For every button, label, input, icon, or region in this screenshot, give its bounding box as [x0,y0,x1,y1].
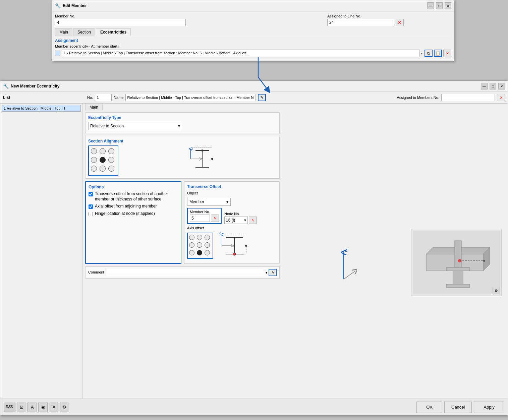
delete-eccentricity-btn[interactable]: ✕ [443,50,451,57]
maximize-button[interactable]: □ [436,2,443,9]
settings-btn[interactable]: ✕ [49,403,58,412]
dot-1-0[interactable] [91,157,97,163]
paste-eccentricity-btn[interactable]: 📋 [434,50,442,57]
svg-text:Z: Z [191,147,193,151]
extra-btn[interactable]: ⚙ [60,403,69,412]
alignment-dot-grid[interactable] [88,145,118,176]
checkbox-axial-input[interactable] [89,204,93,209]
section-alignment-beam-diagram: Z Y [184,147,221,174]
axis-dot-0-2[interactable] [205,235,210,240]
checkbox-transverse-input[interactable] [89,192,93,196]
list-item-1[interactable]: 1 Relative to Section | Middle - Top | T [2,105,81,112]
dot-1-2[interactable] [108,157,114,163]
axis-dot-2-2[interactable] [205,250,210,255]
tab-eccentricities[interactable]: Eccentricities [96,28,131,36]
options-transverse-row: Options Transverse offset from section o… [85,181,280,264]
name-input[interactable] [125,94,256,101]
comment-edit-btn[interactable]: ✎ [269,269,277,276]
list-header: List [3,95,10,100]
axis-offset-row: Z Y [187,231,277,261]
axis-dot-0-0[interactable] [189,235,194,240]
mid-col: Z Y [282,112,405,413]
dot-2-2[interactable] [108,166,114,172]
member-no-input[interactable] [55,19,186,26]
close-button[interactable]: ✕ [445,2,451,9]
view-btn[interactable]: ◉ [38,403,48,412]
comment-input[interactable] [107,269,264,276]
axis-offset-label: Axis offset [187,226,277,230]
model-settings-btn[interactable]: ⚙ [493,287,500,294]
axis-dot-1-2[interactable] [205,242,210,248]
eccentricity-type-dropdown[interactable]: Relative to Section ▾ [88,122,182,130]
3d-model-view: ⚙ [411,229,502,296]
svg-text:Z: Z [219,231,221,235]
new-eccentricity-dialog: 🔧 New Member Eccentricity — □ ✕ List No.… [0,80,508,416]
alignment-grid: Z Y [88,145,277,176]
list-panel: 1 Relative to Section | Middle - Top | T… [0,104,82,415]
3d-model-svg [413,231,500,294]
node-no-group: Node No. 16 (i) ▾ ↖ [224,212,257,224]
axis-dot-0-1[interactable] [197,235,202,240]
object-chevron: ▾ [226,199,228,204]
svg-point-33 [483,260,485,262]
assigned-line-input[interactable] [327,19,394,26]
checkbox-axial-label: Axial offset from adjoining member [95,204,157,209]
no-input[interactable] [95,94,112,101]
node-no-cursor[interactable]: ↖ [249,217,257,224]
node-dropdown-arrow: ▾ [244,218,246,223]
node-no-dropdown[interactable]: 16 (i) ▾ [224,217,248,224]
svg-rect-30 [455,241,461,271]
cancel-button[interactable]: Cancel [444,402,472,413]
axis-dot-1-1[interactable] [197,242,202,248]
axis-dot-2-0[interactable] [189,250,194,255]
object-label: Object [187,191,198,195]
dot-0-0[interactable] [91,148,97,154]
eccentricity-type-title: Eccentricity Type [88,115,277,120]
dot-0-2[interactable] [108,148,114,154]
options-panel: Options Transverse offset from section o… [85,181,181,264]
checkbox-hinge-input[interactable] [89,212,93,216]
dot-2-0[interactable] [91,166,97,172]
name-label: Name [114,96,123,100]
checkbox-hinge: Hinge location at node (if applied) [89,211,178,217]
checkbox-axial: Axial offset from adjoining member [89,204,178,209]
tab-main[interactable]: Main [55,28,72,36]
nme-icon: 🔧 [3,83,9,89]
eccentricity-type-value: Relative to Section [90,124,124,128]
assigned-clear-btn[interactable]: ✕ [497,94,505,101]
no-label: No. [87,96,93,100]
nme-close-button[interactable]: ✕ [498,83,505,89]
tab-section[interactable]: Section [73,28,95,36]
axis-offset-dot-grid[interactable] [187,233,213,259]
dot-2-1[interactable] [100,166,106,172]
member-no-cursor[interactable]: ↖ [211,215,219,222]
left-col: Eccentricity Type Relative to Section ▾ … [85,112,280,413]
assignment-label: Assignment [55,38,451,43]
dot-1-1[interactable] [100,157,106,163]
select-tool-btn[interactable]: ⊡ [17,403,26,412]
axis-dot-2-1[interactable] [197,250,202,255]
copy-eccentricity-btn[interactable]: ⧉ [425,50,433,57]
member-no-input[interactable] [190,215,210,222]
edit-member-title: Edit Member [63,3,425,8]
minimize-button[interactable]: — [427,2,434,9]
svg-text:Y: Y [233,244,235,247]
bottom-toolbar: 0,00 ⊡ A ◉ ✕ ⚙ OK Cancel Apply [0,399,508,415]
dot-0-1[interactable] [100,148,106,154]
nme-right: Main Eccentricity Type Relative to Secti… [82,104,508,415]
comment-panel: Comment ▾ ✎ [85,266,280,279]
assigned-line-clear[interactable]: ✕ [396,19,404,26]
nme-maximize-button[interactable]: □ [490,83,496,89]
object-dropdown[interactable]: Member ▾ [187,198,231,206]
assignment-dropdown[interactable]: 1 - Relative to Section | Middle - Top |… [62,50,419,57]
assignment-sublabel: Member eccentricity - At member start i [55,44,451,48]
apply-button[interactable]: Apply [474,402,504,413]
nme-minimize-button[interactable]: — [481,83,488,89]
axis-dot-1-0[interactable] [189,242,194,248]
ok-button[interactable]: OK [416,402,442,413]
assigned-input[interactable] [441,94,495,101]
checkbox-transverse: Transverse offset from section of anothe… [89,191,178,202]
axis-offset-beam-diagram: Z Y [216,231,253,261]
svg-point-8 [201,149,203,152]
text-tool-btn[interactable]: A [27,403,37,412]
